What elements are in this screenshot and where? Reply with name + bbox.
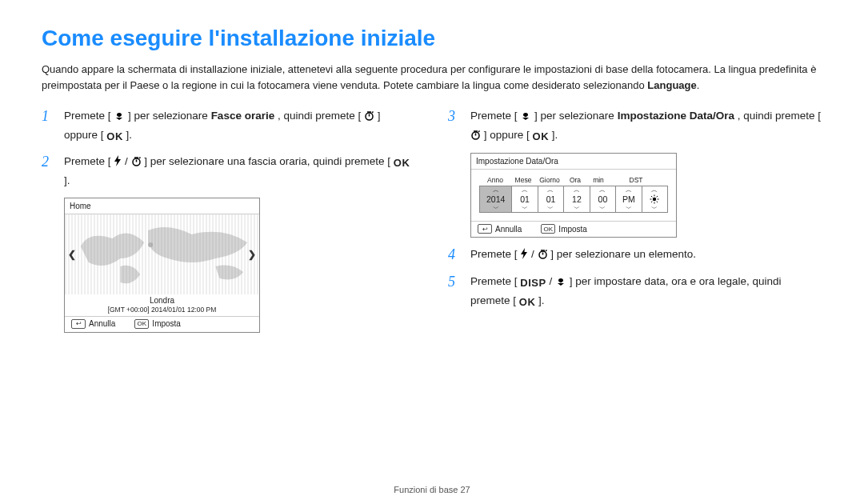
value-giorno: 01	[538, 194, 563, 205]
screen-gmt: [GMT +00:00] 2014/01/01 12:00 PM	[65, 306, 259, 316]
text: Premete [	[470, 110, 518, 122]
screen-title: Home	[65, 198, 259, 214]
chevron-down-icon: ﹀	[512, 205, 537, 212]
step-number: 5	[448, 273, 462, 311]
cancel-button[interactable]: ↩ Annulla	[478, 224, 522, 234]
chevron-down-icon: ﹀	[642, 205, 667, 212]
text: ] per selezionare	[534, 110, 618, 122]
spinner-dst[interactable]: ︿ ﹀	[642, 186, 668, 213]
timer-icon	[470, 128, 481, 146]
timer-icon	[131, 154, 142, 172]
label-min: min	[586, 176, 610, 184]
world-map-icon	[65, 214, 259, 294]
value-ora: 12	[564, 194, 589, 205]
text: ] per impostare data, ora e ora legale, …	[470, 275, 782, 306]
page-footer: Funzioni di base 27	[0, 485, 864, 494]
chevron-down-icon: ﹀	[538, 205, 563, 212]
step-4: 4 Premete [ / ] per selezionare un eleme…	[448, 246, 822, 265]
flash-icon	[114, 154, 122, 172]
back-icon: ↩	[71, 319, 86, 329]
chevron-left-icon[interactable]: ❮	[68, 249, 76, 260]
macro-down-icon	[555, 274, 566, 292]
svg-line-10	[657, 202, 658, 202]
ok-key: OK	[533, 129, 550, 146]
text: ] per selezionare un elemento.	[550, 248, 696, 260]
screen-title: Impostazione Data/Ora	[471, 154, 676, 170]
spinner-mese[interactable]: ︿ 01 ﹀	[511, 186, 538, 213]
label-mese: Mese	[511, 176, 535, 184]
step-3: 3 Premete [ ] per selezionare Impostazio…	[448, 107, 822, 145]
screen-map: ❮ ❯	[65, 214, 259, 294]
text: ] per selezionare	[128, 110, 211, 122]
spinner-giorno[interactable]: ︿ 01 ﹀	[538, 186, 564, 213]
svg-point-2	[148, 242, 153, 247]
flash-icon	[520, 247, 528, 265]
value-min: 00	[590, 194, 615, 205]
text: ].	[64, 174, 70, 186]
set-button[interactable]: OK Imposta	[134, 319, 181, 329]
sun-icon	[642, 194, 667, 205]
disp-key: DISP	[520, 275, 546, 292]
intro-paragraph: Quando appare la schermata di installazi…	[42, 62, 822, 93]
left-column: 1 Premete [ ] per selezionare Fasce orar…	[42, 107, 416, 333]
spinner-min[interactable]: ︿ 00 ﹀	[590, 186, 616, 213]
text: Premete [	[470, 248, 518, 260]
chevron-up-icon: ︿	[564, 186, 589, 194]
set-label: Imposta	[152, 319, 181, 328]
step-number: 3	[448, 107, 462, 145]
timer-icon	[364, 109, 374, 126]
step-number: 2	[42, 153, 56, 189]
screen-city: Londra	[65, 294, 259, 306]
chevron-up-icon: ︿	[538, 186, 563, 194]
ok-key-small: OK	[541, 224, 555, 234]
ok-key: OK	[519, 294, 536, 311]
svg-line-12	[657, 196, 658, 197]
step-2: 2 Premete [ / ] per selezionare una fasc…	[42, 153, 416, 189]
back-icon: ↩	[478, 224, 492, 234]
ok-key-small: OK	[134, 319, 149, 329]
cancel-button[interactable]: ↩ Annulla	[71, 319, 115, 329]
cancel-label: Annulla	[89, 319, 115, 328]
page-title: Come eseguire l'installazione iniziale	[42, 26, 822, 51]
chevron-up-icon: ︿	[512, 186, 537, 194]
step-number: 4	[448, 246, 462, 265]
date-labels: Anno Mese Giorno Ora min DST	[471, 170, 676, 186]
right-column: 3 Premete [ ] per selezionare Impostazio…	[448, 107, 822, 333]
svg-line-9	[651, 196, 652, 197]
ok-key: OK	[394, 155, 410, 172]
text: Premete [	[64, 155, 111, 167]
chevron-up-icon: ︿	[616, 186, 641, 194]
chevron-down-icon: ﹀	[480, 205, 511, 212]
cancel-label: Annulla	[495, 225, 522, 234]
intro-language-bold: Language	[647, 79, 696, 91]
label-dst: DST	[610, 176, 665, 184]
spinner-ampm[interactable]: ︿ PM ﹀	[615, 186, 642, 213]
ok-key: OK	[106, 129, 123, 146]
text: Premete [	[470, 275, 518, 287]
spinner-anno[interactable]: ︿ 2014 ﹀	[479, 186, 512, 213]
camera-screen-timezone: Home ❮ ❯ Londra [GMT +00:00] 2014/01/01 …	[64, 198, 260, 333]
text: ] oppure [	[484, 129, 530, 141]
chevron-up-icon: ︿	[642, 186, 667, 194]
text: ].	[538, 294, 545, 306]
macro-down-icon	[114, 109, 125, 126]
fasce-orarie-bold: Fasce orarie	[211, 110, 275, 122]
chevron-down-icon: ﹀	[590, 205, 615, 212]
impostazione-bold: Impostazione Data/Ora	[618, 110, 734, 122]
svg-line-11	[651, 202, 652, 202]
text: ].	[552, 129, 558, 141]
step-1: 1 Premete [ ] per selezionare Fasce orar…	[42, 107, 416, 145]
value-ampm: PM	[616, 194, 641, 205]
spinner-ora[interactable]: ︿ 12 ﹀	[563, 186, 590, 213]
label-giorno: Giorno	[535, 176, 564, 184]
label-anno: Anno	[479, 176, 511, 184]
chevron-right-icon[interactable]: ❯	[248, 249, 256, 260]
step-number: 1	[42, 107, 56, 145]
svg-point-4	[653, 198, 656, 201]
text: ].	[126, 129, 133, 141]
chevron-down-icon: ﹀	[564, 205, 589, 212]
chevron-down-icon: ﹀	[616, 205, 641, 212]
chevron-up-icon: ︿	[590, 186, 615, 194]
set-button[interactable]: OK Imposta	[541, 224, 587, 234]
intro-text: Quando appare la schermata di installazi…	[42, 63, 816, 91]
